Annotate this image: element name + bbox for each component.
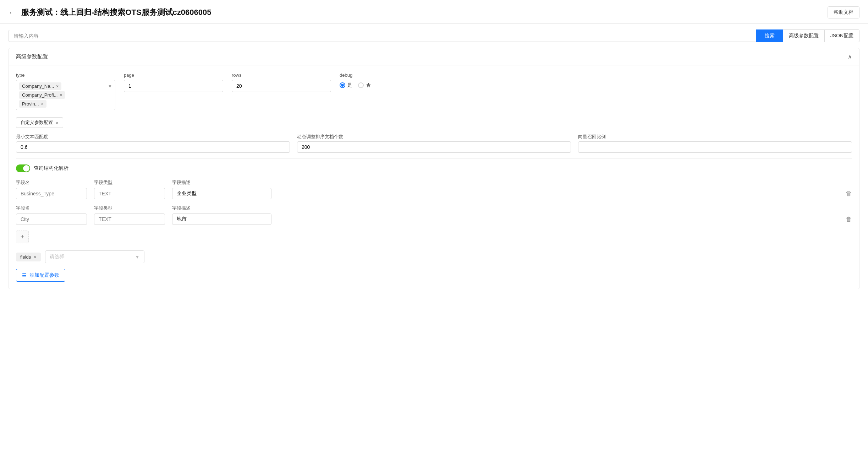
search-input[interactable] xyxy=(9,30,756,42)
field-data-row-1: 🗑 xyxy=(16,188,852,199)
custom-params-tag[interactable]: 自定义参数配置 × xyxy=(16,117,63,128)
panel-content: type Company_Na... × Company_Profi... × xyxy=(9,65,859,289)
type-tags-container: Company_Na... × Company_Profi... × Provi… xyxy=(19,82,112,108)
type-tag-0[interactable]: Company_Na... × xyxy=(19,82,61,90)
field-section-2: 字段名 字段类型 字段描述 🗑 xyxy=(16,205,852,225)
type-select[interactable]: Company_Na... × Company_Profi... × Provi… xyxy=(16,80,115,110)
help-button[interactable]: 帮助文档 xyxy=(828,6,859,18)
field-name-input-1[interactable] xyxy=(16,188,87,199)
custom-params-close[interactable]: × xyxy=(56,120,59,125)
debug-radio-group: 是 否 xyxy=(340,82,371,88)
field-headers-2: 字段名 字段类型 字段描述 xyxy=(16,205,852,211)
vector-ratio-label: 向量召回比例 xyxy=(578,134,852,140)
fields-row: fields × 请选择 ▼ xyxy=(16,250,852,263)
debug-yes-dot xyxy=(341,84,344,87)
search-button[interactable]: 搜索 xyxy=(756,29,783,42)
rows-group: rows xyxy=(232,72,331,92)
dynamic-sort-group: 动态调整排序文档个数 xyxy=(297,134,571,153)
query-toggle[interactable] xyxy=(16,164,30,172)
page-title: 服务测试：线上回归-结构搜索OTS服务测试cz0606005 xyxy=(21,7,211,18)
toggle-label: 查询结构化解析 xyxy=(34,165,68,172)
header: ← 服务测试：线上回归-结构搜索OTS服务测试cz0606005 帮助文档 xyxy=(0,0,868,24)
type-dropdown-arrow: ▼ xyxy=(108,84,112,89)
debug-no-label: 否 xyxy=(366,82,371,88)
type-tag-1-close[interactable]: × xyxy=(60,93,62,98)
type-tag-0-close[interactable]: × xyxy=(56,84,59,89)
advanced-panel: 高级参数配置 ∧ type Company_Na... × xyxy=(9,48,859,289)
add-config-label: 添加配置参数 xyxy=(29,272,59,278)
rows-input[interactable] xyxy=(232,80,331,92)
page-input[interactable] xyxy=(124,80,223,92)
dynamic-sort-input[interactable] xyxy=(297,141,571,153)
fields-dropdown-arrow: ▼ xyxy=(135,254,140,260)
params-row: type Company_Na... × Company_Profi... × xyxy=(16,72,852,110)
vector-ratio-group: 向量召回比例 xyxy=(578,134,852,153)
field-type-header-2: 字段类型 xyxy=(94,205,165,211)
field-name-header-2: 字段名 xyxy=(16,205,87,211)
json-config-button[interactable]: JSON配置 xyxy=(825,29,859,42)
fields-select-placeholder: 请选择 xyxy=(50,254,65,260)
debug-no-radio[interactable]: 否 xyxy=(358,82,371,88)
field-desc-header-2: 字段描述 xyxy=(172,205,271,211)
add-config-icon: ☰ xyxy=(22,272,27,278)
divider-1 xyxy=(16,158,852,159)
advanced-config-button[interactable]: 高级参数配置 xyxy=(783,29,825,42)
page-group: page xyxy=(124,72,223,92)
field-headers-1: 字段名 字段类型 字段描述 xyxy=(16,179,852,186)
custom-params-label: 自定义参数配置 xyxy=(21,119,53,126)
debug-yes-label: 是 xyxy=(347,82,352,88)
field-desc-input-2[interactable] xyxy=(172,213,271,225)
field-section-1: 字段名 字段类型 字段描述 🗑 xyxy=(16,179,852,199)
custom-params-row: 最小文本匹配度 动态调整排序文档个数 向量召回比例 xyxy=(16,134,852,153)
fields-tag-label: fields xyxy=(20,254,31,260)
type-tag-0-label: Company_Na... xyxy=(22,83,54,89)
field-name-input-2[interactable] xyxy=(16,213,87,225)
dynamic-sort-label: 动态调整排序文档个数 xyxy=(297,134,571,140)
debug-group: debug 是 否 xyxy=(340,72,371,88)
type-tag-1[interactable]: Company_Profi... × xyxy=(19,91,65,99)
fields-tag[interactable]: fields × xyxy=(16,253,41,261)
panel-header: 高级参数配置 ∧ xyxy=(9,48,859,65)
search-bar: 搜索 高级参数配置 JSON配置 xyxy=(0,24,868,48)
type-tag-2[interactable]: Provin... × xyxy=(19,100,46,108)
min-text-group: 最小文本匹配度 xyxy=(16,134,290,153)
collapse-icon[interactable]: ∧ xyxy=(848,53,852,60)
header-left: ← 服务测试：线上回归-结构搜索OTS服务测试cz0606005 xyxy=(9,7,211,18)
type-tag-2-label: Provin... xyxy=(22,101,39,107)
debug-yes-circle xyxy=(340,82,345,88)
toggle-knob xyxy=(23,165,29,172)
delete-field-2[interactable]: 🗑 xyxy=(846,216,852,223)
type-tag-2-close[interactable]: × xyxy=(41,102,44,107)
back-button[interactable]: ← xyxy=(9,9,16,17)
fields-select[interactable]: 请选择 ▼ xyxy=(45,250,144,263)
field-type-header-1: 字段类型 xyxy=(94,179,165,186)
type-label: type xyxy=(16,72,115,78)
field-type-input-2[interactable] xyxy=(94,213,165,225)
type-tag-1-label: Company_Profi... xyxy=(22,92,57,98)
field-desc-input-1[interactable] xyxy=(172,188,271,199)
delete-field-1[interactable]: 🗑 xyxy=(846,190,852,198)
debug-label: debug xyxy=(340,72,371,78)
field-data-row-2: 🗑 xyxy=(16,213,852,225)
field-name-header-1: 字段名 xyxy=(16,179,87,186)
fields-tag-close[interactable]: × xyxy=(34,254,37,260)
debug-no-circle xyxy=(358,82,364,88)
field-type-input-1[interactable] xyxy=(94,188,165,199)
min-text-label: 最小文本匹配度 xyxy=(16,134,290,140)
add-config-button[interactable]: ☰ 添加配置参数 xyxy=(16,269,65,282)
page-label: page xyxy=(124,72,223,78)
add-field-button[interactable]: + xyxy=(16,231,29,243)
vector-ratio-input[interactable] xyxy=(578,141,852,153)
panel-title: 高级参数配置 xyxy=(16,53,48,60)
type-group: type Company_Na... × Company_Profi... × xyxy=(16,72,115,110)
field-desc-header-1: 字段描述 xyxy=(172,179,271,186)
min-text-input[interactable] xyxy=(16,141,290,153)
toggle-row: 查询结构化解析 xyxy=(16,164,852,172)
debug-yes-radio[interactable]: 是 xyxy=(340,82,352,88)
rows-label: rows xyxy=(232,72,331,78)
